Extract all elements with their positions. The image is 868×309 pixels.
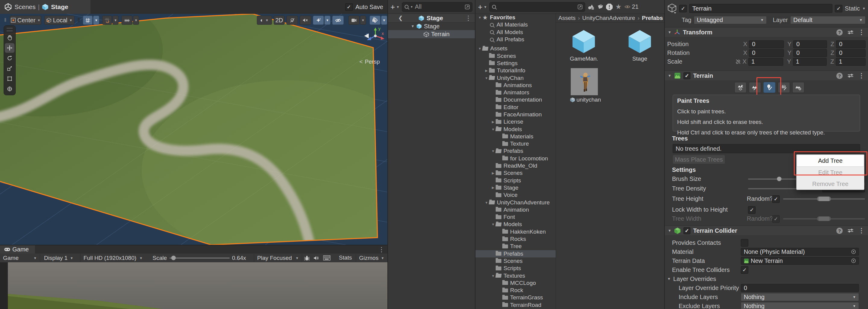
grid-snap-caret[interactable]: ▼: [113, 16, 119, 25]
debug-bug-icon[interactable]: [304, 255, 310, 261]
orientation-dropdown[interactable]: Local▼: [44, 16, 74, 25]
assets-tree-row[interactable]: Scenes: [475, 52, 556, 59]
scene-effects-button[interactable]: [313, 16, 324, 25]
assets-tree-row[interactable]: Settings: [475, 60, 556, 67]
assets-tree-row[interactable]: Scenes: [475, 257, 556, 265]
open-search-window-icon[interactable]: [578, 4, 583, 9]
object-name-field[interactable]: Terrain: [689, 4, 832, 13]
rotation-x-field[interactable]: 0: [749, 49, 784, 57]
disclosure-icon[interactable]: [491, 149, 496, 153]
position-x-field[interactable]: 0: [749, 40, 784, 48]
presets-icon[interactable]: [847, 73, 854, 79]
move-tool[interactable]: [5, 43, 14, 53]
priority-field[interactable]: 0: [741, 284, 859, 292]
disclosure-icon[interactable]: [484, 69, 489, 73]
search-filter-caret[interactable]: ▼: [410, 5, 413, 8]
assets-tree-row[interactable]: Editor: [475, 104, 556, 111]
assets-tree-row[interactable]: TutorialInfo: [475, 67, 556, 74]
rotation-z-field[interactable]: 0: [836, 49, 866, 57]
include-layers-dropdown[interactable]: Nothing▼: [741, 293, 859, 301]
material-object-field[interactable]: None (Physic Material): [741, 248, 859, 256]
filter-by-label-icon[interactable]: [597, 4, 603, 10]
object-picker-icon[interactable]: [851, 258, 856, 263]
gameobject-header-icon[interactable]: [667, 3, 677, 13]
disclosure-icon[interactable]: [491, 120, 496, 124]
disclosure-icon[interactable]: [491, 274, 496, 278]
presets-icon[interactable]: [847, 30, 854, 35]
help-icon[interactable]: ?: [836, 29, 843, 36]
favorites-item[interactable]: All Models: [475, 29, 556, 36]
perspective-label[interactable]: < Persp: [360, 59, 380, 65]
game-display-dropdown[interactable]: Display 1▼: [44, 253, 78, 262]
rect-tool[interactable]: [5, 74, 14, 84]
paint-trees-tool[interactable]: [764, 82, 775, 93]
2d-toggle-button[interactable]: 2D: [274, 16, 285, 25]
tag-dropdown[interactable]: Untagged▼: [694, 16, 767, 24]
overlay-grip[interactable]: ‖: [4, 17, 7, 23]
assets-tree-row[interactable]: Models: [475, 221, 556, 228]
assets-tree-row[interactable]: Models: [475, 125, 556, 133]
scene-tab-scenes-label[interactable]: Scenes: [14, 3, 36, 10]
project-create-button[interactable]: +▼: [478, 3, 487, 11]
assets-tree-row[interactable]: Documentation: [475, 96, 556, 103]
disclosure-icon[interactable]: [491, 127, 496, 131]
assets-tree-row[interactable]: Scripts: [475, 265, 556, 272]
component-menu-icon[interactable]: ⋮: [858, 29, 865, 36]
rotation-y-field[interactable]: 0: [793, 49, 827, 57]
tools-overlay-handle[interactable]: ────: [7, 27, 13, 32]
keyboard-icon[interactable]: [323, 255, 331, 260]
assets-tree-row[interactable]: License: [475, 118, 556, 125]
open-search-window-icon[interactable]: [465, 4, 470, 9]
grid-visibility-button[interactable]: Y: [83, 16, 93, 25]
scene-lighting-button[interactable]: [286, 16, 298, 25]
scale-z-field[interactable]: 1: [836, 58, 866, 66]
assets-tree-row[interactable]: Materials: [475, 133, 556, 140]
hidden-count-eye-icon[interactable]: [624, 4, 631, 9]
pivot-mode-dropdown[interactable]: Center▼: [10, 16, 41, 25]
gizmos-toggle-caret[interactable]: ▼: [381, 16, 387, 25]
assets-tree-row[interactable]: Animation: [475, 206, 556, 213]
component-menu-icon[interactable]: ⋮: [858, 227, 865, 234]
position-z-field[interactable]: 0: [836, 40, 866, 48]
unlock-icon[interactable]: [371, 17, 377, 22]
foldout-icon[interactable]: ▼: [668, 30, 672, 34]
breadcrumb[interactable]: Assets › UnityChanAdventure › Prefabs: [556, 14, 664, 23]
assets-tree-row[interactable]: Rocks: [475, 236, 556, 243]
scale-y-field[interactable]: 1: [793, 58, 827, 66]
tree-height-random-checkbox[interactable]: ✓: [772, 195, 780, 203]
hierarchy-row-terrain[interactable]: Terrain: [388, 30, 475, 38]
component-enabled-checkbox[interactable]: ✓: [683, 72, 690, 79]
assets-tree-row[interactable]: Prefabs: [475, 147, 556, 155]
menu-item[interactable]: Edit Tree: [797, 167, 864, 178]
help-icon[interactable]: ?: [836, 73, 843, 79]
favorites-item[interactable]: All Prefabs: [475, 36, 556, 43]
scene-effects-caret[interactable]: ▼: [324, 16, 331, 25]
exclude-layers-dropdown[interactable]: Nothing▼: [741, 302, 859, 309]
disclosure-icon[interactable]: [484, 201, 489, 205]
tree-width-range-slider[interactable]: [783, 215, 865, 223]
assets-tree-row[interactable]: Animators: [475, 89, 556, 96]
saved-search-star-icon[interactable]: ★: [615, 3, 622, 11]
camera-settings-caret[interactable]: ▼: [360, 16, 366, 25]
assets-tree-row[interactable]: for Locomotion: [475, 155, 556, 162]
stage-options-menu[interactable]: ⋮: [465, 14, 472, 22]
auto-save-checkbox[interactable]: ✓: [345, 3, 353, 11]
link-broken-icon[interactable]: [735, 59, 741, 64]
asset-item-unitychan[interactable]: unitychan: [570, 68, 606, 103]
component-enabled-checkbox[interactable]: ✓: [683, 227, 690, 234]
gizmos-dropdown[interactable]: Gizmos▼: [356, 253, 384, 262]
game-audio-icon[interactable]: [314, 256, 319, 260]
active-checkbox[interactable]: ✓: [679, 5, 687, 12]
assets-tree-row[interactable]: UnityChanAdventure: [475, 199, 556, 206]
view-hand-tool[interactable]: [5, 33, 14, 42]
disclosure-icon[interactable]: [491, 171, 496, 175]
static-flags-caret[interactable]: ▼: [862, 7, 866, 10]
disclosure-icon[interactable]: [491, 186, 496, 190]
help-icon[interactable]: ?: [836, 227, 843, 234]
project-search-input[interactable]: [489, 2, 585, 12]
orientation-gizmo[interactable]: y x z: [364, 27, 387, 50]
snap-increment-caret[interactable]: ▼: [133, 16, 139, 25]
draw-mode-dropdown[interactable]: ◐▼: [257, 16, 272, 25]
assets-tree-row[interactable]: UnityChan: [475, 74, 556, 82]
favorites-root[interactable]: ▼ ★ Favorites: [475, 14, 556, 21]
